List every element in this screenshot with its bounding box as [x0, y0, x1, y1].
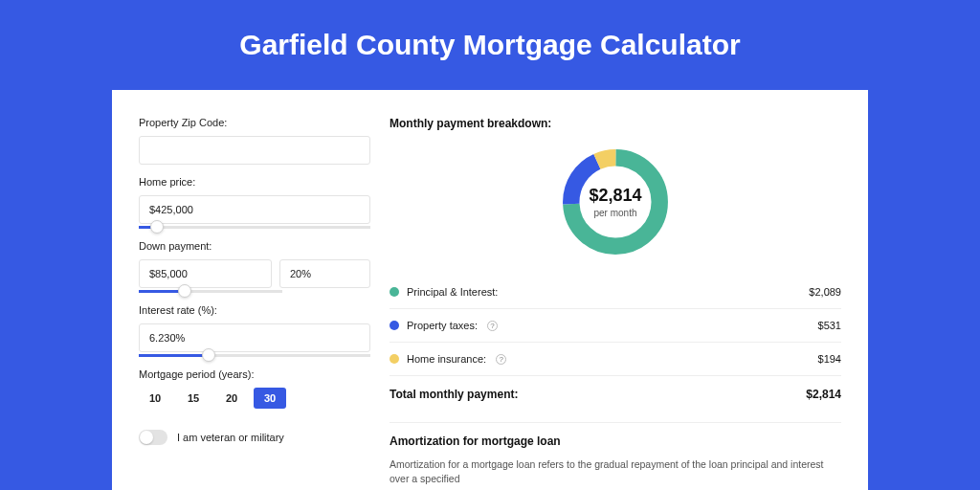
donut-total-value: $2,814 [589, 186, 641, 206]
legend-label: Principal & Interest: [407, 286, 498, 298]
veteran-label: I am veteran or military [177, 432, 284, 443]
legend-value: $2,089 [809, 286, 841, 298]
legend-dot-icon [390, 354, 399, 364]
breakdown-panel: Monthly payment breakdown: $2,814 per mo… [390, 117, 841, 485]
home-price-slider[interactable] [139, 226, 370, 229]
down-payment-slider[interactable] [139, 290, 282, 293]
home-price-input[interactable] [139, 195, 370, 224]
slider-thumb[interactable] [202, 348, 215, 362]
legend-row-taxes: Property taxes: ? $531 [390, 311, 841, 340]
legend-label: Property taxes: [407, 320, 478, 331]
interest-rate-input[interactable] [139, 323, 370, 352]
inputs-panel: Property Zip Code: Home price: Down paym… [139, 117, 370, 485]
legend-value: $194 [818, 353, 841, 365]
toggle-knob [140, 431, 153, 444]
zip-label: Property Zip Code: [139, 117, 370, 128]
total-label: Total monthly payment: [390, 388, 518, 401]
slider-thumb[interactable] [178, 284, 191, 298]
down-payment-input[interactable] [139, 259, 272, 288]
slider-thumb[interactable] [150, 220, 164, 234]
home-price-label: Home price: [139, 176, 370, 188]
interest-rate-label: Interest rate (%): [139, 304, 370, 316]
period-10-button[interactable]: 10 [139, 388, 171, 409]
amortization-text: Amortization for a mortgage loan refers … [390, 457, 841, 485]
donut-sub-label: per month [593, 208, 636, 218]
legend-value: $531 [818, 320, 841, 331]
period-label: Mortgage period (years): [139, 368, 370, 380]
payment-donut-chart: $2,814 per month [557, 144, 674, 260]
period-30-button[interactable]: 30 [254, 388, 286, 409]
veteran-toggle[interactable] [139, 430, 167, 445]
calculator-card: Property Zip Code: Home price: Down paym… [112, 90, 868, 490]
total-row: Total monthly payment: $2,814 [390, 378, 841, 414]
period-15-button[interactable]: 15 [177, 388, 210, 409]
legend-label: Home insurance: [407, 353, 486, 365]
page-title: Garfield County Mortgage Calculator [0, 0, 980, 90]
interest-rate-slider[interactable] [139, 354, 370, 357]
amortization-section: Amortization for mortgage loan Amortizat… [390, 422, 841, 485]
legend-dot-icon [390, 321, 399, 330]
period-20-button[interactable]: 20 [215, 388, 248, 409]
legend-row-insurance: Home insurance: ? $194 [390, 345, 841, 373]
down-payment-label: Down payment: [139, 240, 370, 252]
legend-row-principal: Principal & Interest: $2,089 [390, 278, 841, 306]
legend-dot-icon [390, 287, 399, 297]
breakdown-title: Monthly payment breakdown: [390, 117, 841, 130]
down-payment-pct-input[interactable] [279, 259, 370, 288]
total-value: $2,814 [806, 388, 841, 401]
period-buttons: 10 15 20 30 [139, 388, 370, 409]
amortization-title: Amortization for mortgage loan [390, 434, 841, 448]
info-icon[interactable]: ? [496, 354, 506, 365]
zip-input[interactable] [139, 136, 370, 165]
info-icon[interactable]: ? [487, 321, 498, 331]
